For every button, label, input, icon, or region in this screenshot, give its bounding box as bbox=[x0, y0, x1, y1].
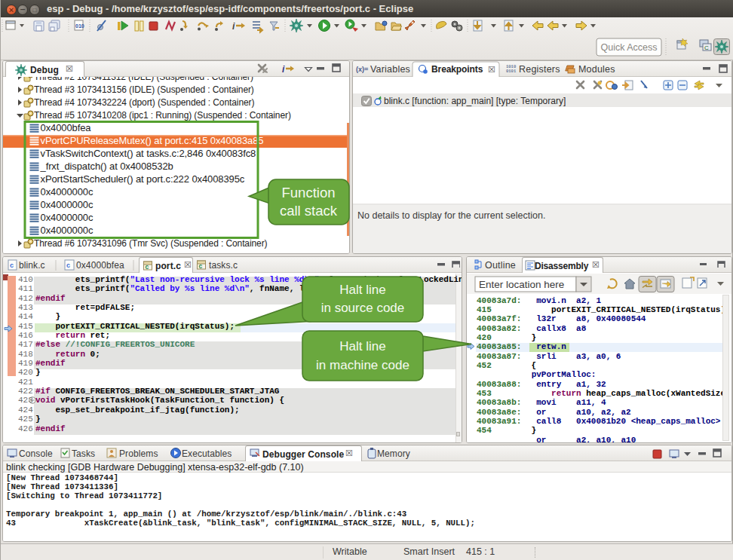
svg-text:c: c bbox=[10, 262, 14, 269]
svg-text:_frxt_dispatch() at 0x4008532b: _frxt_dispatch() at 0x4008532b bbox=[40, 161, 173, 172]
svg-text:0101: 0101 bbox=[506, 69, 517, 74]
svg-text:(x)=: (x)= bbox=[356, 66, 368, 73]
svg-text:0x4000000c: 0x4000000c bbox=[41, 199, 94, 210]
svg-text:0x4000bfea: 0x4000bfea bbox=[41, 122, 92, 133]
svg-text:Thread #5 1073410208 (ipc1 : R: Thread #5 1073410208 (ipc1 : Running) (S… bbox=[34, 110, 291, 121]
svg-text:i: i bbox=[232, 21, 235, 32]
svg-text:Outline: Outline bbox=[485, 260, 516, 271]
svg-text:Thread #6 1073431096 (Tmr Svc): Thread #6 1073431096 (Tmr Svc) (Suspende… bbox=[34, 238, 268, 249]
svg-text:Quick Access: Quick Access bbox=[600, 42, 657, 53]
svg-text:vTaskSwitchContext() at tasks.: vTaskSwitchContext() at tasks.c:2,846 0x… bbox=[41, 148, 256, 159]
svg-text:Thread #3 1073413156 (IDLE) (S: Thread #3 1073413156 (IDLE) (Suspended :… bbox=[34, 84, 254, 95]
svg-text:Modules: Modules bbox=[578, 64, 615, 75]
svg-text:c: c bbox=[199, 262, 203, 270]
svg-text:0x4000000c: 0x4000000c bbox=[41, 186, 94, 197]
svg-text:Registers: Registers bbox=[519, 64, 560, 75]
svg-text:Thread #4 1073432224 (dport) (: Thread #4 1073432224 (dport) (Suspended … bbox=[34, 97, 254, 108]
svg-text:Thread #2 1073411312 (IDLE) (S: Thread #2 1073411312 (IDLE) (Suspended :… bbox=[34, 77, 253, 82]
svg-text:☒: ☒ bbox=[488, 65, 495, 74]
svg-text:xPortStartScheduler() at port.: xPortStartScheduler() at port.c:222 0x40… bbox=[41, 173, 245, 185]
svg-text:vPortCPUReleaseMutex() at port: vPortCPUReleaseMutex() at port.c:415 0x4… bbox=[41, 135, 264, 146]
svg-text:i: i bbox=[282, 64, 285, 75]
svg-text:c: c bbox=[146, 263, 149, 271]
svg-text:blink.c [function: app_main] [: blink.c [function: app_main] [type: Temp… bbox=[384, 96, 566, 106]
svg-text:010: 010 bbox=[75, 23, 84, 29]
svg-text:0x4000000c: 0x4000000c bbox=[41, 212, 94, 223]
svg-text:No details to display for the: No details to display for the current se… bbox=[357, 210, 545, 221]
svg-text:C: C bbox=[704, 44, 709, 51]
svg-text:Breakpoints: Breakpoints bbox=[431, 64, 483, 75]
svg-text:c: c bbox=[66, 262, 70, 269]
svg-text:0x4000000c: 0x4000000c bbox=[41, 225, 94, 236]
svg-text:Variables: Variables bbox=[370, 64, 410, 75]
svg-text:Enter location here: Enter location here bbox=[479, 279, 564, 290]
